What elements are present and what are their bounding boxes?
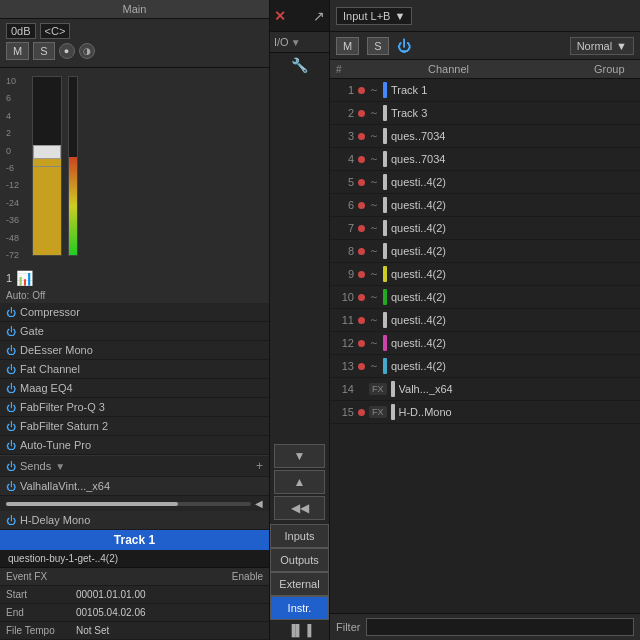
fx-item-autotune[interactable]: ⏻ Auto-Tune Pro [0, 436, 269, 455]
middle-bottom-buttons: Inputs Outputs External Instr. [270, 524, 329, 620]
main-text: Main [123, 3, 147, 15]
fader-knob[interactable] [33, 145, 61, 159]
c-label: <C> [40, 23, 71, 39]
power-icon-8: ⏻ [6, 440, 16, 451]
s-button[interactable]: S [33, 42, 54, 60]
fx-item-fatchannel[interactable]: ⏻ Fat Channel [0, 360, 269, 379]
m-button[interactable]: M [6, 42, 29, 60]
sends-power-icon: ⏻ [6, 461, 16, 472]
fx-name-1: Compressor [20, 306, 80, 318]
fx-name-2: Gate [20, 325, 44, 337]
normal-label: Normal [577, 40, 612, 52]
send-item-hdelay[interactable]: ⏻ H-Delay Mono [0, 511, 269, 530]
table-row[interactable]: 8 ～ questi..4(2) [330, 240, 640, 263]
track-table-header: # Channel Group [330, 60, 640, 79]
table-row[interactable]: 3 ～ ques..7034 [330, 125, 640, 148]
send-level-icon: ◀ [255, 498, 263, 509]
table-row[interactable]: 4 ～ ques..7034 [330, 148, 640, 171]
meter-section [68, 76, 78, 256]
right-panel: Input L+B ▼ M S ⏻ Normal ▼ # Channel Gro… [330, 0, 640, 640]
filter-bar: Filter [330, 613, 640, 640]
track-name-bar[interactable]: Track 1 [0, 530, 269, 550]
left-panel: Main 0dB <C> M S ● ◑ 10 6 4 2 0 -6 -12 [0, 0, 270, 640]
send-item-valhalla[interactable]: ⏻ ValhallaVint..._x64 [0, 477, 269, 496]
down-arrow-button[interactable]: ▼ [274, 444, 325, 468]
table-row[interactable]: 5 ～ questi..4(2) [330, 171, 640, 194]
normal-dropdown[interactable]: Normal ▼ [570, 37, 634, 55]
table-row[interactable]: 1 ～ Track 1 [330, 79, 640, 102]
input-label: Input L+B [343, 10, 390, 22]
normal-arrow-icon: ▼ [616, 40, 627, 52]
track-color-bar [383, 312, 387, 328]
io-row[interactable]: I/O ▼ [270, 32, 329, 53]
outputs-button[interactable]: Outputs [270, 548, 329, 572]
bottom-section: Event FX Enable Start 00001.01.01.00 End… [0, 567, 269, 640]
table-row[interactable]: 14 FX Valh..._x64 [330, 378, 640, 401]
phase-button[interactable]: ◑ [79, 43, 95, 59]
fx-item-fabfilterq[interactable]: ⏻ FabFilter Pro-Q 3 [0, 398, 269, 417]
track-color-bar [383, 289, 387, 305]
table-row[interactable]: 11 ～ questi..4(2) [330, 309, 640, 332]
track-color-bar [383, 335, 387, 351]
external-button[interactable]: External [270, 572, 329, 596]
send-slider-row: ◀ [0, 496, 269, 511]
track-dot [358, 409, 365, 416]
sends-row[interactable]: ⏻ Sends ▼ + [0, 455, 269, 477]
right-power-button[interactable]: ⏻ [397, 38, 411, 54]
table-row[interactable]: 15 FX H-D..Mono [330, 401, 640, 424]
table-row[interactable]: 10 ～ questi..4(2) [330, 286, 640, 309]
track-dot [358, 110, 365, 117]
power-icon-6: ⏻ [6, 402, 16, 413]
power-icon-3: ⏻ [6, 345, 16, 356]
table-row[interactable]: 7 ～ questi..4(2) [330, 217, 640, 240]
power-icon-4: ⏻ [6, 364, 16, 375]
wrench-button[interactable]: 🔧 [270, 53, 329, 77]
gain-label: 0dB [6, 23, 36, 39]
enable-label[interactable]: Enable [232, 571, 263, 582]
back-button[interactable]: ◀◀ [274, 496, 325, 520]
table-row[interactable]: 6 ～ questi..4(2) [330, 194, 640, 217]
file-tempo-value: Not Set [70, 622, 269, 639]
power-icon-2: ⏻ [6, 326, 16, 337]
send-slider[interactable] [6, 502, 251, 506]
fx-item-deesser[interactable]: ⏻ DeEsser Mono [0, 341, 269, 360]
track-color-bar [391, 381, 395, 397]
table-row[interactable]: 13 ～ questi..4(2) [330, 355, 640, 378]
up-arrow-button[interactable]: ▲ [274, 470, 325, 494]
track-dot [358, 271, 365, 278]
table-row[interactable]: 2 ～ Track 3 [330, 102, 640, 125]
bar-chart-button[interactable]: ▐▌▐ [270, 620, 329, 640]
event-fx-label: Event FX [6, 571, 47, 582]
inputs-button[interactable]: Inputs [270, 524, 329, 548]
channel-header-row: M S ⏻ Normal ▼ [330, 32, 640, 60]
fx-item-fabfiltersat[interactable]: ⏻ FabFilter Saturn 2 [0, 417, 269, 436]
fx-item-maaaeq[interactable]: ⏻ Maag EQ4 [0, 379, 269, 398]
meter-fill [69, 157, 77, 255]
right-s-button[interactable]: S [367, 37, 388, 55]
fx-name-4: Fat Channel [20, 363, 80, 375]
right-m-button[interactable]: M [336, 37, 359, 55]
track-color-bar [383, 105, 387, 121]
track-color-bar [383, 220, 387, 236]
instr-button[interactable]: Instr. [270, 596, 329, 620]
sends-plus-button[interactable]: + [256, 459, 263, 473]
input-selector[interactable]: Input L+B ▼ [336, 7, 412, 25]
power-icon-1: ⏻ [6, 307, 16, 318]
track-dot [358, 294, 365, 301]
fx-item-compressor[interactable]: ⏻ Compressor [0, 303, 269, 322]
start-value: 00001.01.01.00 [70, 586, 269, 603]
fader-fill [33, 148, 61, 255]
file-tempo-label: File Tempo [0, 622, 70, 639]
table-row[interactable]: 9 ～ questi..4(2) [330, 263, 640, 286]
track-number: 1 [6, 272, 12, 284]
track-dot [358, 87, 365, 94]
x-button[interactable]: ✕ [274, 8, 286, 24]
mono-button[interactable]: ● [59, 43, 75, 59]
track-color-bar [383, 82, 387, 98]
fader-track[interactable] [32, 76, 62, 256]
fx-item-gate[interactable]: ⏻ Gate [0, 322, 269, 341]
table-row[interactable]: 12 ～ questi..4(2) [330, 332, 640, 355]
arrow-button[interactable]: ↗ [313, 8, 325, 24]
track-num-row: 1 📊 [0, 268, 269, 288]
filter-input[interactable] [366, 618, 634, 636]
